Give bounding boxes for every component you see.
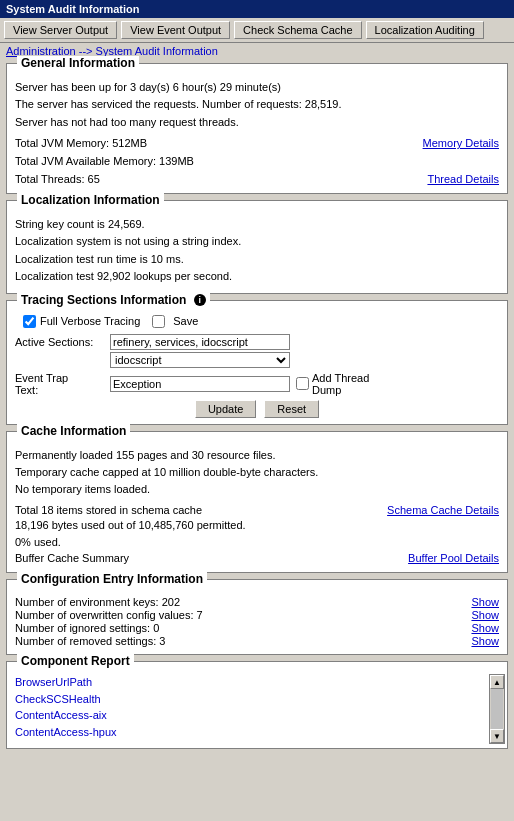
buffer-cache-label: Buffer Cache Summary — [15, 552, 129, 564]
loc-line-1: String key count is 24,569. — [15, 217, 499, 232]
title-bar: System Audit Information — [0, 0, 514, 18]
tracing-button-row: Update Reset — [15, 400, 499, 418]
event-trap-label: Event TrapText: — [15, 372, 110, 396]
cache-info-title: Cache Information — [17, 424, 130, 438]
uptime-text: Server has been up for 3 day(s) 6 hour(s… — [15, 80, 499, 95]
update-button[interactable]: Update — [195, 400, 256, 418]
schema-cache-link[interactable]: Schema Cache Details — [387, 504, 499, 516]
config-info-body: Number of environment keys: 202 Show Num… — [7, 584, 507, 654]
component-item-1[interactable]: CheckSCSHealth — [15, 691, 499, 708]
general-info-title: General Information — [17, 56, 139, 70]
memory-details-link[interactable]: Memory Details — [423, 137, 499, 149]
event-trap-input[interactable] — [110, 376, 290, 392]
config-row-1: Number of overwritten config values: 7 S… — [15, 609, 499, 621]
localization-info-section: Localization Information String key coun… — [6, 200, 508, 294]
active-sections-input[interactable] — [110, 334, 290, 350]
view-event-output-button[interactable]: View Event Output — [121, 21, 230, 39]
jvm-memory-text: Total JVM Memory: 512MB — [15, 136, 423, 151]
jvm-available-text: Total JVM Available Memory: 139MB — [15, 154, 423, 169]
total-threads-text: Total Threads: 65 — [15, 173, 100, 185]
config-link-1[interactable]: Show — [471, 609, 499, 621]
requests-text: The server has serviced the requests. Nu… — [15, 97, 499, 112]
active-sections-row: Active Sections: idocscript — [15, 334, 499, 368]
loc-line-3: Localization test run time is 10 ms. — [15, 252, 499, 267]
threads-row: Total Threads: 65 Thread Details — [15, 173, 499, 185]
component-scrollbar[interactable]: ▲ ▼ — [489, 674, 505, 744]
scroll-up-button[interactable]: ▲ — [490, 675, 504, 689]
verbose-tracing-label: Full Verbose Tracing — [40, 315, 140, 327]
buffer-pool-link[interactable]: Buffer Pool Details — [408, 552, 499, 564]
config-info-title: Configuration Entry Information — [17, 572, 207, 586]
event-trap-row: Event TrapText: Add ThreadDump — [15, 372, 499, 396]
verbose-row: Full Verbose Tracing Save — [15, 315, 499, 328]
check-schema-cache-button[interactable]: Check Schema Cache — [234, 21, 361, 39]
reset-button[interactable]: Reset — [264, 400, 319, 418]
general-info-body: Server has been up for 3 day(s) 6 hour(s… — [7, 68, 507, 193]
cache-line-3: No temporary items loaded. — [15, 482, 499, 497]
schema-line-1: Total 18 items stored in schema cache — [15, 504, 202, 516]
tracing-info-body: Full Verbose Tracing Save Active Section… — [7, 305, 507, 424]
config-label-2: Number of ignored settings: 0 — [15, 622, 159, 634]
main-content: General Information Server has been up f… — [0, 59, 514, 759]
schema-line-3: 0% used. — [15, 535, 499, 550]
component-list: BrowserUrlPath CheckSCSHealth ContentAcc… — [15, 674, 499, 744]
schema-line-2: 18,196 bytes used out of 10,485,760 perm… — [15, 518, 499, 533]
save-checkbox[interactable] — [152, 315, 165, 328]
component-item-0[interactable]: BrowserUrlPath — [15, 674, 499, 691]
event-trap-right: Add ThreadDump — [110, 372, 369, 396]
general-info-section: General Information Server has been up f… — [6, 63, 508, 194]
config-link-3[interactable]: Show — [471, 635, 499, 647]
info-icon: i — [194, 294, 206, 306]
thread-details-link[interactable]: Thread Details — [427, 173, 499, 185]
cache-line-2: Temporary cache capped at 10 million dou… — [15, 465, 499, 480]
tracing-info-section: Tracing Sections Information i Full Verb… — [6, 300, 508, 425]
localization-info-body: String key count is 24,569. Localization… — [7, 205, 507, 293]
cache-line-1: Permanently loaded 155 pages and 30 reso… — [15, 448, 499, 463]
view-server-output-button[interactable]: View Server Output — [4, 21, 117, 39]
cache-info-body: Permanently loaded 155 pages and 30 reso… — [7, 436, 507, 573]
toolbar: View Server Output View Event Output Che… — [0, 18, 514, 43]
memory-text-group: Total JVM Memory: 512MB Total JVM Availa… — [15, 136, 423, 171]
add-thread-checkbox[interactable] — [296, 377, 309, 390]
config-label-0: Number of environment keys: 202 — [15, 596, 180, 608]
component-report-section: Component Report BrowserUrlPath CheckSCS… — [6, 661, 508, 749]
schema-row: Total 18 items stored in schema cache Sc… — [15, 504, 499, 516]
loc-line-4: Localization test 92,902 lookups per sec… — [15, 269, 499, 284]
buffer-row: Buffer Cache Summary Buffer Pool Details — [15, 552, 499, 564]
cache-info-section: Cache Information Permanently loaded 155… — [6, 431, 508, 574]
component-report-body: BrowserUrlPath CheckSCSHealth ContentAcc… — [7, 666, 507, 748]
localization-info-title: Localization Information — [17, 193, 164, 207]
config-info-section: Configuration Entry Information Number o… — [6, 579, 508, 655]
scroll-down-button[interactable]: ▼ — [490, 729, 504, 743]
component-item-3[interactable]: ContentAccess-hpux — [15, 724, 499, 741]
component-item-2[interactable]: ContentAccess-aix — [15, 707, 499, 724]
config-link-0[interactable]: Show — [471, 596, 499, 608]
loc-line-2: Localization system is not using a strin… — [15, 234, 499, 249]
add-thread-container: Add ThreadDump — [296, 372, 369, 396]
config-link-2[interactable]: Show — [471, 622, 499, 634]
active-sections-right: idocscript — [110, 334, 290, 368]
memory-row: Total JVM Memory: 512MB Total JVM Availa… — [15, 136, 499, 171]
threads-notice-text: Server has not had too many request thre… — [15, 115, 499, 130]
active-sections-select[interactable]: idocscript — [110, 352, 290, 368]
tracing-info-title: Tracing Sections Information i — [17, 293, 210, 307]
config-label-1: Number of overwritten config values: 7 — [15, 609, 203, 621]
config-row-3: Number of removed settings: 3 Show — [15, 635, 499, 647]
add-thread-label: Add ThreadDump — [312, 372, 369, 396]
config-row-2: Number of ignored settings: 0 Show — [15, 622, 499, 634]
config-label-3: Number of removed settings: 3 — [15, 635, 165, 647]
config-row-0: Number of environment keys: 202 Show — [15, 596, 499, 608]
active-sections-label: Active Sections: — [15, 334, 110, 348]
scroll-track — [491, 689, 503, 729]
title-bar-label: System Audit Information — [6, 3, 139, 15]
save-label: Save — [173, 315, 198, 327]
localization-auditing-button[interactable]: Localization Auditing — [366, 21, 484, 39]
verbose-tracing-checkbox[interactable] — [23, 315, 36, 328]
